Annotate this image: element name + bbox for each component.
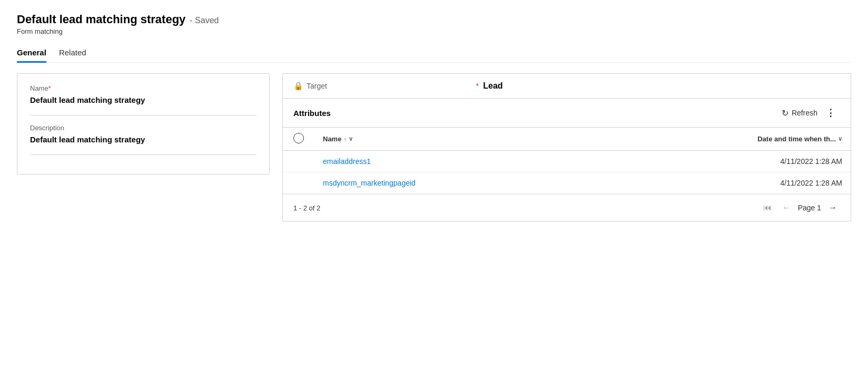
prev-page-button[interactable]: ← [779,201,794,215]
refresh-button[interactable]: ↻ Refresh [777,106,822,120]
description-label: Description [30,124,257,132]
pagination: 1 - 2 of 2 ⏮ ← Page 1 → [283,194,851,221]
pagination-count: 1 - 2 of 2 [293,204,320,212]
sort-toggle-icon: ∨ [349,136,353,142]
target-label-text: Target [307,82,327,90]
description-field: Description Default lead matching strate… [30,124,257,150]
row-date-cell: 4/11/2022 1:28 AM [593,172,851,194]
col-name-header[interactable]: Name ↑ ∨ [314,128,593,151]
saved-label: - Saved [190,16,219,25]
refresh-icon: ↻ [782,108,788,118]
attributes-header: Attributes ↻ Refresh ⋮ [283,99,851,128]
row-name-cell[interactable]: emailaddress1 [314,151,593,172]
table-row: emailaddress14/11/2022 1:28 AM [283,151,851,172]
attributes-table: Name ↑ ∨ Date and time when th... ∨ emai… [283,128,851,194]
sort-asc-icon: ↑ [343,136,347,142]
checkbox-circle-header[interactable] [293,133,304,143]
col-name-label: Name [323,135,341,143]
target-required-star: * [476,82,479,90]
col-date-label: Date and time when th... [757,135,836,143]
name-divider [30,115,257,115]
more-icon: ⋮ [826,108,836,118]
name-field: Name* Default lead matching strategy [30,84,257,111]
right-panel: 🔒 Target * Lead Attributes ↻ Refresh ⋮ [282,73,851,221]
content-area: Name* Default lead matching strategy Des… [17,73,851,221]
row-select-cell [283,151,314,172]
next-page-button[interactable]: → [825,201,840,215]
row-select-cell [283,172,314,194]
row-name-link[interactable]: msdyncrm_marketingpageid [323,179,416,187]
left-panel: Name* Default lead matching strategy Des… [17,73,270,175]
row-name-link[interactable]: emailaddress1 [323,157,371,166]
page-header: Default lead matching strategy - Saved F… [17,13,851,35]
more-options-button[interactable]: ⋮ [822,105,840,121]
target-value: Lead [483,81,840,91]
refresh-label: Refresh [792,109,817,117]
page-label: Page 1 [798,204,821,212]
tab-related[interactable]: Related [59,44,86,63]
row-name-cell[interactable]: msdyncrm_marketingpageid [314,172,593,194]
target-row: 🔒 Target * Lead [283,74,851,99]
description-divider [30,155,257,155]
page-subtitle: Form matching [17,27,851,35]
col-select-header [283,128,314,151]
lock-icon: 🔒 [293,81,303,91]
title-text: Default lead matching strategy [17,13,185,26]
target-label: 🔒 Target [293,81,472,91]
pagination-controls: ⏮ ← Page 1 → [760,201,840,215]
name-required: * [48,84,51,92]
first-page-button[interactable]: ⏮ [760,201,775,215]
col-date-sort-icon: ∨ [838,136,842,142]
attributes-title: Attributes [293,109,777,118]
description-value: Default lead matching strategy [30,135,257,150]
name-value: Default lead matching strategy [30,95,257,111]
tab-general[interactable]: General [17,44,46,63]
page-title: Default lead matching strategy - Saved [17,13,851,26]
tabs-container: General Related [17,44,851,63]
row-date-cell: 4/11/2022 1:28 AM [593,151,851,172]
col-date-header[interactable]: Date and time when th... ∨ [593,128,851,151]
table-row: msdyncrm_marketingpageid4/11/2022 1:28 A… [283,172,851,194]
name-label: Name* [30,84,257,92]
